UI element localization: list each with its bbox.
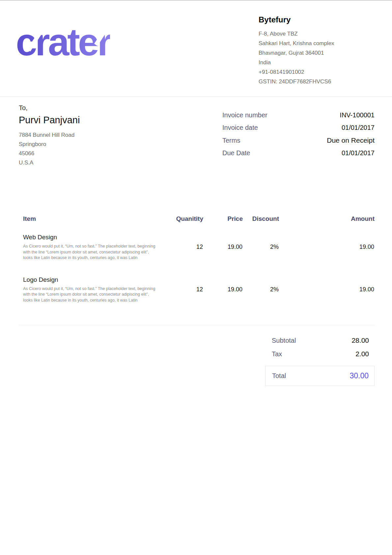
item-description: As Cicero would put it, “Um, not so fast… (23, 244, 157, 261)
client-address-line: 45066 (19, 149, 80, 158)
company-phone: +91-08141901002 (259, 67, 375, 77)
item-price: 19.00 (203, 276, 243, 319)
total-label: Total (272, 372, 286, 380)
invoice-header: crater Bytefury F-8, Above TBZ Sahkari H… (0, 1, 392, 97)
item-cell: Web Design As Cicero would put it, “Um, … (19, 234, 164, 276)
subtotal-row: Subtotal 28.00 (265, 336, 375, 344)
crater-logo: crater (16, 23, 110, 61)
invoice-page: crater Bytefury F-8, Above TBZ Sahkari H… (0, 0, 392, 555)
items-table: Item Quanitity Price Discount Amount Web… (19, 215, 375, 318)
total-box: Total 30.00 (265, 366, 375, 386)
col-header-item: Item (19, 215, 164, 234)
company-info: Bytefury F-8, Above TBZ Sahkari Hart, Kr… (259, 13, 375, 86)
col-header-price: Price (203, 215, 243, 234)
subtotal-value: 28.00 (351, 336, 369, 344)
item-description: As Cicero would put it, “Um, not so fast… (23, 286, 157, 304)
subtotal-label: Subtotal (272, 337, 296, 344)
invoice-number-value: INV-100001 (340, 111, 375, 119)
due-date-label: Due Date (222, 149, 250, 157)
item-price: 19.00 (203, 234, 243, 276)
item-amount: 19.00 (279, 276, 375, 319)
item-quantity: 12 (164, 234, 203, 276)
item-name: Logo Design (23, 276, 157, 283)
client-address-line: U.S.A (19, 158, 80, 167)
tax-value: 2.00 (355, 350, 369, 358)
company-address-line: Bhavnagar, Gujrat 364001 (259, 48, 375, 58)
item-quantity: 12 (164, 276, 203, 319)
terms-row: Terms Due on Receipt (222, 136, 375, 144)
invoice-number-label: Invoice number (222, 111, 267, 119)
invoice-date-label: Invoice date (222, 124, 258, 131)
tax-label: Tax (272, 350, 282, 358)
table-row: Web Design As Cicero would put it, “Um, … (19, 234, 375, 276)
company-address-line: India (259, 58, 375, 67)
table-row: Logo Design As Cicero would put it, “Um,… (19, 276, 375, 319)
bill-to-label: To, (19, 104, 80, 112)
due-date-value: 01/01/2017 (342, 149, 375, 157)
item-amount: 19.00 (279, 234, 375, 276)
invoice-meta: Invoice number INV-100001 Invoice date 0… (222, 111, 375, 167)
due-date-row: Due Date 01/01/2017 (222, 149, 375, 157)
item-cell: Logo Design As Cicero would put it, “Um,… (19, 276, 164, 319)
invoice-date-value: 01/01/2017 (342, 124, 375, 131)
company-gstin: GSTIN: 24DDF7682FHVCS6 (259, 77, 375, 86)
col-header-amount: Amount (279, 215, 375, 234)
items-table-header-row: Item Quanitity Price Discount Amount (19, 215, 375, 234)
company-name: Bytefury (259, 15, 375, 24)
terms-label: Terms (222, 137, 240, 144)
tax-row: Tax 2.00 (265, 350, 375, 358)
items-divider (19, 325, 375, 325)
col-header-discount: Discount (243, 215, 279, 234)
client-name: Purvi Panjvani (19, 115, 80, 126)
items-section: Item Quanitity Price Discount Amount Web… (0, 167, 392, 318)
client-address-line: 7884 Bunnel Hill Road (19, 131, 80, 140)
item-discount: 2% (243, 234, 279, 276)
totals-section: Subtotal 28.00 Tax 2.00 Total 30.00 (265, 336, 375, 386)
col-header-quantity: Quanitity (164, 215, 203, 234)
bill-to-block: To, Purvi Panjvani 7884 Bunnel Hill Road… (19, 104, 80, 167)
item-name: Web Design (23, 234, 157, 241)
item-discount: 2% (243, 276, 279, 319)
total-value: 30.00 (350, 371, 369, 380)
terms-value: Due on Receipt (327, 136, 375, 144)
invoice-number-row: Invoice number INV-100001 (222, 111, 375, 119)
parties-section: To, Purvi Panjvani 7884 Bunnel Hill Road… (0, 97, 392, 167)
company-address-line: F-8, Above TBZ (259, 29, 375, 39)
client-address-line: Springboro (19, 140, 80, 149)
invoice-date-row: Invoice date 01/01/2017 (222, 124, 375, 131)
company-address-line: Sahkari Hart, Krishna complex (259, 39, 375, 48)
